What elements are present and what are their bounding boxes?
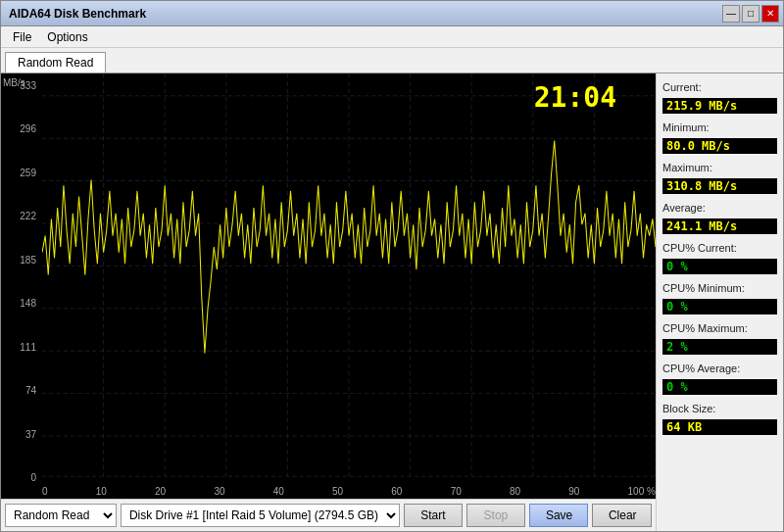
stats-panel: Current: 215.9 MB/s Minimum: 80.0 MB/s M… — [656, 73, 783, 531]
main-area: MB/s 333 296 259 222 185 148 111 74 37 0 — [1, 73, 656, 531]
y-label-222: 222 — [3, 212, 40, 221]
maximum-value: 310.8 MB/s — [662, 178, 777, 194]
y-axis: MB/s 333 296 259 222 185 148 111 74 37 0 — [1, 73, 42, 499]
y-label-259: 259 — [3, 169, 40, 178]
start-button[interactable]: Start — [404, 504, 463, 527]
y-axis-title: MB/s — [3, 77, 25, 88]
cpu-maximum-value: 2 % — [662, 339, 777, 355]
cpu-current-label: CPU% Current: — [662, 242, 777, 254]
cpu-average-value: 0 % — [662, 379, 777, 395]
y-label-37: 37 — [3, 430, 40, 440]
y-label-185: 185 — [3, 256, 40, 266]
cpu-maximum-label: CPU% Maximum: — [662, 322, 777, 334]
x-label-100: 100 % — [628, 486, 656, 497]
menu-file[interactable]: File — [5, 28, 39, 46]
average-value: 241.1 MB/s — [662, 218, 777, 234]
y-label-0: 0 — [3, 473, 40, 483]
bottom-toolbar: Random Read Disk Drive #1 [Intel Raid 5 … — [1, 499, 656, 531]
current-value: 215.9 MB/s — [662, 98, 777, 114]
x-label-20: 20 — [155, 486, 166, 497]
window-controls: — □ ✕ — [722, 5, 779, 23]
main-window: AIDA64 Disk Benchmark — □ ✕ File Options… — [0, 0, 784, 532]
title-bar: AIDA64 Disk Benchmark — □ ✕ — [1, 1, 783, 26]
cpu-current-value: 0 % — [662, 259, 777, 274]
tab-random-read[interactable]: Random Read — [5, 52, 106, 73]
minimum-label: Minimum: — [662, 121, 777, 133]
minimum-value: 80.0 MB/s — [662, 138, 777, 154]
cpu-minimum-value: 0 % — [662, 299, 777, 314]
window-title: AIDA64 Disk Benchmark — [9, 7, 146, 21]
menu-bar: File Options — [1, 26, 783, 48]
x-label-60: 60 — [391, 486, 402, 497]
x-label-10: 10 — [96, 486, 107, 497]
x-label-80: 80 — [510, 486, 520, 497]
chart-container: MB/s 333 296 259 222 185 148 111 74 37 0 — [1, 73, 656, 499]
tab-bar: Random Read — [1, 48, 783, 73]
x-label-40: 40 — [273, 486, 284, 497]
block-size-value: 64 KB — [662, 419, 777, 435]
close-button[interactable]: ✕ — [761, 5, 779, 23]
stop-button[interactable]: Stop — [466, 504, 525, 527]
x-label-0: 0 — [42, 486, 48, 497]
x-label-70: 70 — [451, 486, 462, 497]
minimize-button[interactable]: — — [722, 5, 740, 23]
block-size-label: Block Size: — [662, 403, 777, 414]
chart-plot: 21:04 — [42, 73, 656, 499]
chart-inner: MB/s 333 296 259 222 185 148 111 74 37 0 — [1, 73, 656, 499]
mode-dropdown[interactable]: Random Read — [5, 504, 117, 527]
maximum-label: Maximum: — [662, 162, 777, 173]
y-label-296: 296 — [3, 124, 40, 134]
x-label-30: 30 — [214, 486, 224, 497]
menu-options[interactable]: Options — [39, 28, 95, 46]
content-area: MB/s 333 296 259 222 185 148 111 74 37 0 — [1, 73, 783, 531]
y-label-111: 111 — [3, 343, 40, 353]
x-label-50: 50 — [332, 486, 343, 497]
cpu-average-label: CPU% Average: — [662, 363, 777, 374]
current-label: Current: — [662, 81, 777, 93]
maximize-button[interactable]: □ — [742, 5, 760, 23]
average-label: Average: — [662, 202, 777, 214]
x-label-90: 90 — [568, 486, 579, 497]
cpu-minimum-label: CPU% Minimum: — [662, 282, 777, 294]
y-label-74: 74 — [3, 386, 40, 396]
clear-button[interactable]: Clear — [592, 504, 652, 527]
chart-svg — [42, 73, 656, 499]
y-label-148: 148 — [3, 299, 40, 309]
save-button[interactable]: Save — [529, 504, 588, 527]
time-display: 21:04 — [534, 81, 616, 114]
drive-dropdown[interactable]: Disk Drive #1 [Intel Raid 5 Volume] (279… — [121, 504, 400, 527]
